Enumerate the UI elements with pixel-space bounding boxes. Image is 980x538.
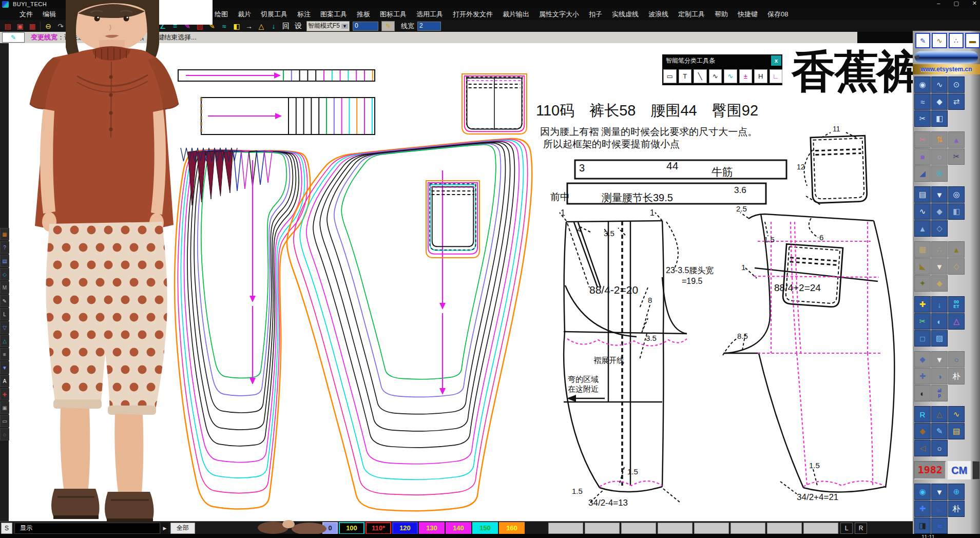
menu-item[interactable]: 裁片	[238, 10, 251, 19]
empty-slot[interactable]	[767, 523, 802, 534]
size-button-130[interactable]: 130	[419, 522, 445, 534]
half-box-icon[interactable]: ◨	[914, 517, 931, 534]
tray-icon[interactable]: □	[914, 330, 931, 347]
snail-icon[interactable]: ◉	[914, 484, 931, 500]
lines-icon[interactable]: ≡	[0, 348, 9, 360]
comet-pen-icon[interactable]: ✎	[931, 423, 948, 439]
rect-tool[interactable]: ▭	[663, 69, 677, 83]
boot-icon[interactable]: ▼	[931, 484, 948, 500]
size-button-110*[interactable]: 110*	[366, 522, 391, 534]
empty-slot[interactable]	[694, 523, 729, 534]
mirror-icon[interactable]: ⇄	[948, 93, 965, 110]
empty-slot[interactable]	[585, 523, 620, 534]
button-tool-icon[interactable]: ◉	[914, 76, 931, 93]
mode-select[interactable]: 智能模式F5 ▼	[306, 21, 350, 31]
cross-icon[interactable]: ✚	[914, 501, 931, 517]
menu-item[interactable]: 绘图	[215, 10, 228, 19]
lens-icon[interactable]: ○	[948, 351, 965, 368]
expand-arrow-icon[interactable]: ▶	[161, 523, 168, 533]
net-icon[interactable]: △	[255, 21, 267, 31]
ring-tool-icon[interactable]: ○	[931, 148, 948, 165]
all-sizes-button[interactable]: 全部	[170, 523, 195, 534]
menu-item[interactable]: 快捷键	[738, 10, 758, 19]
rotate-icon[interactable]: ↺	[132, 21, 144, 31]
linewidth-input[interactable]: 2	[417, 22, 441, 31]
zoom-out-icon[interactable]: ⊖	[42, 21, 54, 31]
menu-item[interactable]: 裁片输出	[503, 10, 529, 19]
wave-piece-icon[interactable]: ◢	[914, 165, 931, 182]
spray-glove-icon[interactable]: ✚	[914, 296, 931, 313]
calc-iron-icon[interactable]: ▤	[948, 423, 965, 439]
menu-item[interactable]: 打开外发文件	[453, 10, 493, 19]
mountain-dash-icon[interactable]: △	[948, 313, 965, 330]
display-field[interactable]: 显示	[14, 523, 160, 534]
empty-slot[interactable]	[731, 523, 765, 534]
bar-icon[interactable]: ▭	[0, 415, 9, 427]
menu-item[interactable]: 帮助	[715, 10, 728, 19]
empty-slot[interactable]	[621, 523, 656, 534]
menu-item[interactable]: 扣子	[589, 10, 602, 19]
empty-slot[interactable]	[658, 523, 693, 534]
hook-icon[interactable]: ↓	[267, 21, 280, 31]
menu-item[interactable]: 文件	[20, 10, 33, 19]
add-point-icon[interactable]: +	[107, 21, 120, 31]
pieces-icon[interactable]: ▲	[914, 220, 931, 237]
clamp-icon[interactable]: ⊙	[948, 76, 965, 93]
zigzag-icon[interactable]: ≈	[914, 93, 931, 110]
dot-icon[interactable]: ◌	[0, 428, 9, 440]
menu-item[interactable]: 选用工具	[416, 10, 443, 19]
color-pen-icon[interactable]: ✎	[206, 21, 218, 31]
diamond-icon[interactable]: ◇	[0, 268, 9, 280]
menu-item[interactable]: 实线虚线	[612, 10, 639, 19]
pencil-icon[interactable]: ✎	[0, 295, 9, 307]
curve-fill-icon[interactable]: ◐	[931, 313, 948, 330]
menu-item[interactable]: 波浪线	[648, 10, 668, 19]
value-input[interactable]: 0	[353, 22, 378, 31]
corner-tool[interactable]: ∟	[770, 69, 783, 83]
fold-icon[interactable]: ◣	[914, 258, 931, 275]
grid-orange-icon[interactable]: ▦	[0, 228, 9, 240]
parallel-icon[interactable]: =	[169, 21, 181, 31]
empty-slot[interactable]	[548, 523, 583, 534]
blob-icon[interactable]: ◆	[914, 423, 931, 439]
text-tool-icon[interactable]: I	[95, 21, 107, 31]
download-box-icon[interactable]: ↓	[931, 296, 948, 313]
smart-pen-toolbar-titlebar[interactable]: 智能笔分类工具条 x	[662, 54, 782, 67]
left-button[interactable]: L	[840, 523, 853, 534]
purple-slot-icon[interactable]: ■	[914, 148, 931, 165]
target-icon[interactable]: ⊕	[948, 484, 965, 500]
hook-pair-icon[interactable]: ∿	[931, 76, 948, 93]
redo-icon[interactable]: ↷	[54, 21, 67, 31]
funnel-icon[interactable]: ▼	[931, 186, 948, 203]
close-button[interactable]: ✕	[972, 0, 977, 7]
pen-mode-button[interactable]: ✎	[381, 21, 395, 31]
curve-tool[interactable]: ∿	[709, 69, 722, 83]
pattern-grid-icon[interactable]: 回	[280, 21, 292, 31]
size-button-100[interactable]: 100	[339, 522, 364, 534]
a-icon[interactable]: A	[0, 375, 9, 387]
right-button[interactable]: R	[855, 523, 867, 534]
dart-pair-icon[interactable]: ▲	[948, 241, 965, 258]
needle-icon[interactable]: ✦	[914, 275, 931, 292]
navy-piece-icon[interactable]: ◆	[914, 351, 931, 368]
minimize-button[interactable]: –	[937, 0, 940, 7]
move-icon[interactable]: ╋	[79, 21, 91, 31]
gold-curve-icon[interactable]: ∿	[948, 406, 965, 422]
angle-icon[interactable]: ∠	[157, 21, 169, 31]
size-button-160[interactable]: 160	[499, 522, 525, 534]
curve-graph-icon[interactable]: ◆	[931, 93, 948, 110]
menu-item[interactable]: 图案工具	[320, 10, 347, 19]
palette-icon[interactable]: ◧	[230, 21, 243, 31]
wedge-icon[interactable]: ◣	[931, 501, 948, 517]
open-file-icon[interactable]: ▣	[14, 21, 26, 31]
teal-x-icon[interactable]: ⊗	[931, 165, 948, 182]
maximize-button[interactable]: ▢	[953, 0, 958, 7]
bucket-piece-icon[interactable]: ◆	[931, 203, 948, 220]
r-tape-icon[interactable]: R	[914, 406, 931, 422]
select-icon[interactable]: ↖	[67, 21, 79, 31]
pattern-canvas[interactable]: 344牛筋前中测量腰节长39.53.6143.5123-3.5腰头宽=19.58…	[9, 43, 913, 521]
dart-polygon-icon[interactable]: ◁	[914, 440, 931, 456]
khaki-dots-icon[interactable]: ∴	[931, 241, 948, 258]
plus-minus-tool[interactable]: ±	[739, 69, 753, 83]
plus-red-icon[interactable]: ✚	[0, 388, 9, 400]
